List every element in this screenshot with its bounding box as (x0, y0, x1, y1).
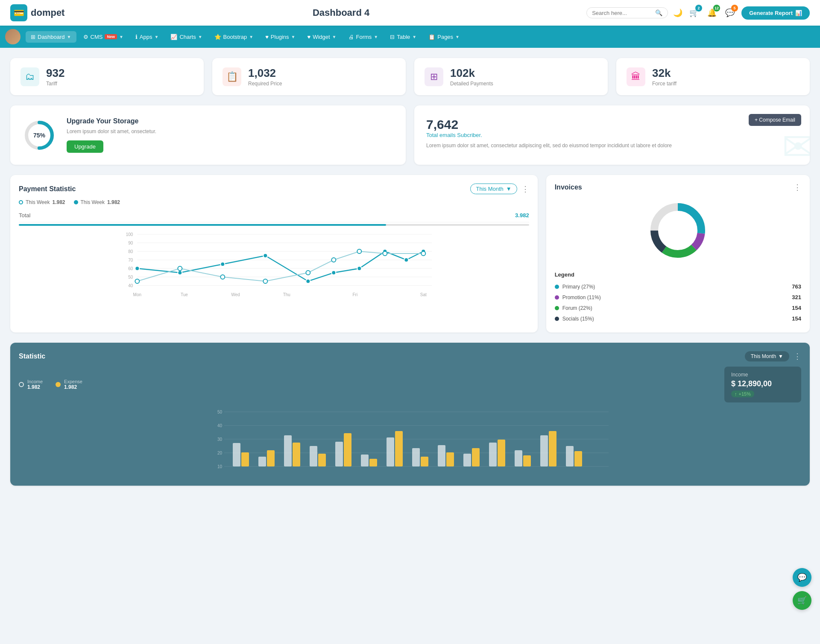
invoices-more-options[interactable]: ⋮ (794, 184, 801, 191)
logo-text: dompet (31, 7, 64, 18)
svg-rect-71 (421, 457, 428, 466)
sidebar-item-cms[interactable]: ⚙ CMS New ▼ (78, 31, 129, 43)
sidebar-item-forms[interactable]: 🖨 Forms ▼ (343, 31, 384, 43)
svg-rect-78 (515, 450, 522, 466)
forum-dot (555, 306, 559, 310)
invoices-donut-chart (555, 196, 801, 265)
socials-dot (555, 317, 559, 321)
detailed-payments-label: Detailed Payments (450, 81, 493, 87)
svg-point-32 (357, 249, 361, 254)
required-price-value: 1,032 (248, 67, 282, 80)
apps-icon: ℹ (135, 34, 138, 40)
svg-rect-70 (412, 448, 420, 466)
charts-icon: 📈 (170, 34, 177, 40)
more-options-button[interactable]: ⋮ (521, 185, 529, 193)
statistic-more-options[interactable]: ⋮ (794, 353, 801, 360)
moon-icon[interactable]: 🌙 (673, 8, 682, 17)
svg-point-21 (331, 271, 336, 275)
stat-card-force-tariff: 🏛 32k Force tariff (616, 58, 810, 95)
storage-description: Lorem ipsum dolor sit amet, onsectetur. (67, 128, 156, 134)
sidebar-item-charts[interactable]: 📈 Charts ▼ (165, 31, 207, 43)
stat-info: 1,032 Required Price (248, 67, 282, 87)
plugins-icon: ♥ (265, 34, 269, 40)
chevron-down-icon: ▼ (154, 35, 158, 39)
svg-rect-69 (395, 431, 403, 466)
bootstrap-icon: ⭐ (214, 34, 221, 40)
cart-button[interactable]: 🛒 2 (688, 6, 700, 19)
bar-chart-container: 50 40 30 20 10 (19, 408, 801, 477)
forms-icon: 🖨 (348, 34, 354, 40)
search-box[interactable]: 🔍 (586, 7, 668, 18)
svg-rect-63 (318, 454, 326, 466)
svg-rect-82 (566, 446, 574, 466)
svg-rect-83 (574, 451, 582, 466)
svg-rect-64 (335, 442, 343, 466)
chevron-down-icon: ▼ (778, 353, 783, 359)
statistic-month-dropdown[interactable]: This Month ▼ (745, 351, 789, 361)
sidebar-item-pages[interactable]: 📋 Pages ▼ (423, 31, 465, 43)
legend-section: Legend Primary (27%) 763 Promotion (11%)… (555, 271, 801, 324)
statistic-title: Statistic (19, 353, 45, 360)
statistic-card: Statistic This Month ▼ ⋮ Income 1.982 (10, 343, 810, 486)
detailed-payments-value: 102k (450, 67, 493, 80)
message-badge: 5 (731, 5, 738, 12)
this-month-dropdown[interactable]: This Month ▼ (470, 184, 517, 194)
svg-rect-58 (258, 457, 266, 466)
svg-text:100: 100 (126, 232, 133, 237)
svg-rect-72 (438, 445, 445, 466)
svg-rect-80 (540, 435, 548, 466)
sidebar-item-bootstrap[interactable]: ⭐ Bootstrap ▼ (209, 31, 259, 43)
svg-rect-75 (472, 448, 480, 466)
page-title: Dashboard 4 (96, 7, 586, 18)
bottom-row: Payment Statistic This Month ▼ ⋮ This We… (10, 175, 810, 332)
sidebar-item-table[interactable]: ⊟ Table ▼ (385, 31, 422, 43)
sidebar-item-dashboard[interactable]: ⊞ Dashboard ▼ (26, 31, 76, 43)
email-card: + Compose Email 7,642 Total emails Subcr… (414, 105, 810, 165)
notification-button[interactable]: 🔔 12 (706, 6, 718, 19)
invoices-header: Invoices ⋮ (555, 184, 801, 191)
sidebar-item-plugins[interactable]: ♥ Plugins ▼ (260, 31, 300, 43)
svg-point-20 (306, 279, 310, 283)
storage-donut: 75% (22, 118, 56, 152)
logo-area: 💳 dompet (10, 4, 96, 21)
header: 💳 dompet Dashboard 4 🔍 🌙 🛒 2 🔔 12 💬 5 Ge… (0, 0, 820, 26)
force-tariff-icon: 🏛 (627, 67, 645, 86)
svg-text:70: 70 (128, 258, 133, 262)
chart-legend: This Week 1.982 This Week 1.982 (19, 199, 529, 205)
chevron-down-icon: ▼ (67, 35, 71, 39)
svg-point-18 (220, 262, 225, 266)
widget-icon: ♥ (307, 34, 310, 40)
svg-point-17 (178, 271, 182, 275)
chart-icon: 📊 (795, 10, 802, 16)
sidebar-item-widget[interactable]: ♥ Widget ▼ (302, 31, 341, 43)
upgrade-button[interactable]: Upgrade (67, 140, 103, 153)
cms-icon: ⚙ (83, 34, 88, 40)
svg-point-29 (263, 279, 267, 283)
sidebar-item-apps[interactable]: ℹ Apps ▼ (130, 31, 164, 43)
force-tariff-value: 32k (652, 67, 676, 80)
message-button[interactable]: 💬 5 (723, 6, 736, 19)
up-arrow-icon: ↑ (735, 391, 737, 396)
stat-info: 102k Detailed Payments (450, 67, 493, 87)
income-legend: Income 1.982 (19, 379, 43, 390)
total-row: Total 3.982 (19, 209, 529, 222)
chevron-down-icon: ▼ (249, 35, 253, 39)
bar-chart-svg: 50 40 30 20 10 (32, 408, 801, 476)
legend-item-2: This Week 1.982 (74, 199, 120, 205)
primary-dot (555, 285, 559, 289)
svg-text:80: 80 (128, 249, 133, 254)
svg-text:Sat: Sat (420, 292, 427, 297)
svg-text:30: 30 (217, 437, 223, 442)
required-price-label: Required Price (248, 81, 282, 87)
payment-statistic-title: Payment Statistic (19, 185, 76, 193)
compose-email-button[interactable]: + Compose Email (749, 114, 801, 126)
svg-point-22 (357, 266, 361, 271)
generate-report-button[interactable]: Generate Report 📊 (741, 6, 810, 20)
stat-card-detailed-payments: ⊞ 102k Detailed Payments (414, 58, 608, 95)
svg-text:20: 20 (217, 451, 223, 455)
email-count: 7,642 (426, 117, 798, 132)
svg-text:40: 40 (128, 283, 133, 288)
search-input[interactable] (592, 10, 652, 16)
svg-text:Tue: Tue (181, 292, 188, 297)
chevron-down-icon: ▼ (119, 35, 123, 39)
